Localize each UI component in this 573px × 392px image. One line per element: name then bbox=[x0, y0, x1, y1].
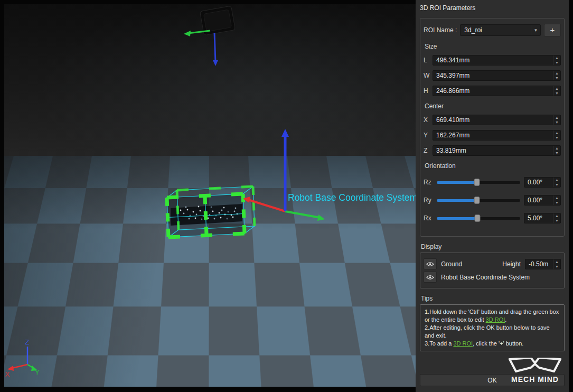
gizmo-y-label: Y bbox=[35, 368, 40, 376]
display-group: Ground Height ▲▼ Robot Base Coordinate S… bbox=[420, 253, 565, 288]
rx-slider-handle[interactable] bbox=[475, 214, 481, 222]
center-z-spinbox: ▲▼ bbox=[433, 145, 561, 156]
y-axis-arrow bbox=[317, 214, 325, 221]
spin-down-icon[interactable]: ▼ bbox=[553, 264, 560, 269]
tip-1-roi-link[interactable]: 3D ROI bbox=[486, 316, 505, 323]
tips-box: 1.Hold down the 'Ctrl' button and drag t… bbox=[420, 304, 565, 351]
center-z-input[interactable] bbox=[433, 146, 553, 155]
spin-up-icon[interactable]: ▲ bbox=[553, 71, 560, 76]
size-h-input[interactable] bbox=[433, 86, 553, 96]
size-h-label: H bbox=[424, 87, 433, 95]
center-y-label: Y bbox=[424, 132, 433, 139]
rz-value-input[interactable] bbox=[524, 178, 553, 187]
spin-down-icon[interactable]: ▼ bbox=[553, 76, 560, 80]
spin-up-icon[interactable]: ▲ bbox=[553, 195, 560, 200]
rx-value-spinbox: ▲▼ bbox=[524, 213, 561, 223]
size-h-spinbox: ▲▼ bbox=[433, 86, 561, 96]
size-l-spinner[interactable]: ▲▼ bbox=[553, 55, 560, 65]
orientation-section-label: Orientation bbox=[425, 162, 561, 170]
size-l-row: L ▲▼ bbox=[424, 55, 561, 66]
spin-up-icon[interactable]: ▲ bbox=[553, 55, 560, 60]
rz-label: Rz bbox=[424, 179, 433, 186]
ground-visibility-toggle[interactable] bbox=[424, 258, 437, 269]
tip-2-text: 2.After editing, click the OK button bel… bbox=[425, 324, 550, 339]
spin-down-icon[interactable]: ▼ bbox=[553, 200, 560, 205]
size-section-label: Size bbox=[425, 43, 561, 50]
spin-down-icon[interactable]: ▼ bbox=[553, 91, 560, 96]
robot-base-visibility-toggle[interactable] bbox=[424, 272, 437, 283]
gizmo-x-label: X bbox=[5, 370, 10, 378]
roi-name-label: ROI Name : bbox=[424, 26, 457, 34]
robot-base-label: Robot Base Coordinate System bbox=[441, 274, 530, 281]
eye-icon bbox=[426, 262, 434, 267]
rx-value-input[interactable] bbox=[524, 213, 553, 223]
orientation-rx-row: Rx ▲▼ bbox=[424, 213, 561, 223]
center-y-spinner[interactable]: ▲▼ bbox=[553, 130, 560, 140]
center-x-input[interactable] bbox=[433, 115, 553, 125]
ry-slider-handle[interactable] bbox=[474, 197, 480, 204]
orientation-ry-row: Ry ▲▼ bbox=[424, 195, 561, 206]
tip-3-roi-link[interactable]: 3D ROI bbox=[453, 340, 473, 347]
robot-base-axes: Robot Base Coordinate System bbox=[243, 129, 416, 221]
ry-spinner[interactable]: ▲▼ bbox=[553, 195, 560, 205]
roi-box[interactable] bbox=[167, 186, 255, 237]
panel-title: 3D ROI Parameters bbox=[420, 4, 565, 12]
orientation-rz-row: Rz ▲▼ bbox=[424, 177, 561, 188]
z-axis-arrow bbox=[281, 129, 289, 137]
parameters-group: ROI Name : 3d_roi ▼ + Size L ▲▼ W bbox=[420, 18, 565, 237]
size-l-spinbox: ▲▼ bbox=[433, 55, 561, 66]
spin-down-icon[interactable]: ▼ bbox=[553, 218, 560, 223]
app-window: Robot Base Coordinate System Z X Y 3D RO… bbox=[0, 0, 573, 392]
height-spinner[interactable]: ▲▼ bbox=[553, 259, 560, 269]
spin-up-icon[interactable]: ▲ bbox=[553, 86, 560, 91]
view-gizmo: Z X Y bbox=[5, 338, 40, 378]
chevron-down-icon: ▼ bbox=[531, 25, 540, 35]
scene-overlay: Robot Base Coordinate System Z X Y bbox=[4, 4, 416, 387]
display-section-label: Display bbox=[421, 243, 565, 250]
spin-up-icon[interactable]: ▲ bbox=[553, 146, 560, 151]
spin-up-icon[interactable]: ▲ bbox=[553, 259, 560, 264]
ry-value-input[interactable] bbox=[524, 195, 553, 205]
spin-down-icon[interactable]: ▼ bbox=[553, 120, 560, 125]
rx-slider[interactable] bbox=[437, 217, 520, 220]
camera-model bbox=[184, 6, 236, 66]
ok-button[interactable]: OK bbox=[420, 374, 565, 386]
viewport-3d[interactable]: Robot Base Coordinate System Z X Y bbox=[4, 4, 416, 387]
spin-up-icon[interactable]: ▲ bbox=[553, 213, 560, 218]
ry-slider[interactable] bbox=[437, 199, 520, 202]
center-y-input[interactable] bbox=[433, 130, 553, 140]
center-x-spinner[interactable]: ▲▼ bbox=[553, 115, 560, 125]
camera-y-axis-arrow bbox=[184, 31, 191, 36]
spin-up-icon[interactable]: ▲ bbox=[553, 178, 560, 182]
size-w-spinner[interactable]: ▲▼ bbox=[553, 71, 560, 80]
size-l-label: L bbox=[424, 57, 433, 64]
rx-spinner[interactable]: ▲▼ bbox=[553, 213, 560, 223]
size-l-input[interactable] bbox=[433, 55, 553, 65]
roi-name-dropdown[interactable]: 3d_roi ▼ bbox=[460, 24, 541, 36]
size-h-row: H ▲▼ bbox=[424, 86, 561, 96]
size-h-spinner[interactable]: ▲▼ bbox=[553, 86, 560, 96]
size-w-input[interactable] bbox=[433, 71, 553, 80]
size-w-spinbox: ▲▼ bbox=[433, 70, 561, 81]
ground-row: Ground Height ▲▼ bbox=[424, 258, 561, 269]
spin-down-icon[interactable]: ▼ bbox=[553, 182, 560, 187]
rx-label: Rx bbox=[424, 214, 433, 222]
ground-height-input[interactable] bbox=[525, 259, 553, 269]
add-roi-button[interactable]: + bbox=[544, 24, 561, 36]
ground-label: Ground bbox=[441, 260, 462, 268]
ry-label: Ry bbox=[424, 197, 433, 204]
center-x-spinbox: ▲▼ bbox=[433, 115, 561, 125]
spin-down-icon[interactable]: ▼ bbox=[553, 60, 560, 65]
center-z-spinner[interactable]: ▲▼ bbox=[553, 146, 560, 155]
rz-slider[interactable] bbox=[437, 181, 520, 184]
spin-down-icon[interactable]: ▼ bbox=[553, 135, 560, 140]
spin-down-icon[interactable]: ▼ bbox=[553, 151, 560, 155]
rz-slider-handle[interactable] bbox=[474, 179, 480, 186]
center-x-label: X bbox=[424, 116, 433, 124]
eye-icon bbox=[426, 275, 434, 280]
spin-up-icon[interactable]: ▲ bbox=[553, 130, 560, 135]
height-label: Height bbox=[502, 260, 521, 268]
roi-parameters-panel: 3D ROI Parameters ROI Name : 3d_roi ▼ + … bbox=[416, 0, 569, 392]
rz-spinner[interactable]: ▲▼ bbox=[553, 178, 560, 187]
spin-up-icon[interactable]: ▲ bbox=[553, 115, 560, 120]
